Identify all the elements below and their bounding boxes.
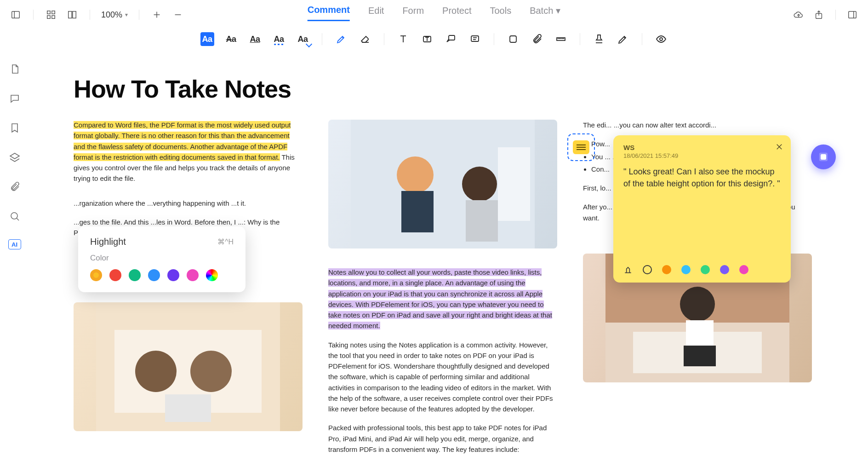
svg-point-40 — [135, 351, 177, 392]
annotation-toolbar: Aa Aa Aa Aa Aa — [0, 27, 868, 52]
page-panel-icon[interactable] — [8, 63, 21, 75]
highlighted-text-purple[interactable]: Notes allow you to collect all your word… — [328, 268, 552, 329]
sticky-note-marker[interactable] — [567, 133, 595, 161]
marker-icon[interactable] — [334, 32, 348, 46]
highlight-color-popover: Highlight ⌘^H Color — [78, 226, 246, 292]
image-placeholder — [74, 302, 303, 431]
color-swatch-purple[interactable] — [167, 269, 179, 281]
top-bar: 100% ▾ Comment Edit Form Protect Tools B… — [0, 0, 868, 27]
shape-icon[interactable] — [506, 32, 520, 46]
column-2: Notes allow you to collect all your word… — [328, 120, 557, 460]
svg-rect-42 — [165, 394, 211, 422]
tab-batch[interactable]: Batch▾ — [530, 5, 560, 21]
zoom-dropdown[interactable]: 100% ▾ — [101, 10, 128, 20]
share-icon[interactable] — [812, 8, 825, 21]
svg-rect-14 — [849, 12, 857, 18]
textbox-icon[interactable] — [420, 32, 434, 46]
svg-rect-58 — [821, 155, 826, 160]
strikethrough-button[interactable]: Aa — [224, 32, 238, 46]
sticky-note-popup: WS 18/06/2021 15:57:49 " Looks great! Ca… — [613, 135, 791, 283]
note-body[interactable]: " Looks great! Can I also see the mockup… — [623, 166, 781, 190]
note-color-pink[interactable] — [739, 265, 748, 274]
tab-form[interactable]: Form — [402, 5, 424, 21]
tab-edit[interactable]: Edit — [368, 5, 384, 21]
tab-comment[interactable]: Comment — [308, 5, 350, 21]
svg-rect-23 — [471, 36, 479, 41]
note-color-orange[interactable] — [662, 265, 671, 274]
svg-rect-5 — [52, 16, 55, 18]
cloud-upload-icon[interactable] — [792, 8, 805, 21]
ai-panel-button[interactable]: AI — [8, 239, 21, 249]
zoom-value: 100% — [101, 10, 122, 20]
comment-panel-icon[interactable] — [8, 92, 21, 105]
color-swatch-yellow[interactable] — [90, 269, 102, 281]
svg-rect-7 — [73, 12, 76, 18]
signature-icon[interactable] — [616, 32, 630, 46]
highlight-text-button[interactable]: Aa — [200, 32, 214, 46]
popover-title: Highlight — [90, 237, 126, 247]
chevron-down-icon: ▾ — [125, 12, 128, 18]
attachment-icon[interactable] — [530, 32, 544, 46]
zoom-in-icon[interactable] — [150, 8, 163, 21]
note-color-green[interactable] — [701, 265, 710, 274]
preview-icon[interactable] — [654, 32, 668, 46]
right-panel-icon[interactable] — [846, 8, 859, 21]
svg-point-44 — [397, 156, 434, 193]
note-icon[interactable] — [468, 32, 482, 46]
bookmark-panel-icon[interactable] — [8, 121, 21, 134]
text-tool-icon[interactable] — [396, 32, 410, 46]
svg-point-34 — [660, 38, 662, 40]
note-color-outline[interactable] — [643, 265, 652, 274]
note-color-cyan[interactable] — [681, 265, 691, 274]
chevron-down-icon: ▾ — [556, 5, 560, 16]
note-timestamp: 18/06/2021 15:57:49 — [623, 152, 781, 159]
stamp-icon[interactable] — [592, 32, 606, 46]
note-bubble-icon — [573, 140, 589, 154]
zoom-out-icon[interactable] — [171, 8, 184, 21]
tab-protect[interactable]: Protect — [442, 5, 471, 21]
note-author: WS — [623, 144, 781, 151]
color-swatch-custom[interactable] — [206, 269, 218, 281]
underline-button[interactable]: Aa — [248, 32, 262, 46]
svg-point-52 — [680, 287, 715, 322]
svg-rect-2 — [47, 11, 50, 14]
thumbnails-icon[interactable] — [45, 8, 57, 21]
left-rail: AI — [0, 52, 29, 460]
svg-rect-47 — [466, 200, 498, 242]
two-page-icon[interactable] — [66, 8, 79, 21]
note-color-row — [623, 265, 748, 274]
highlighted-text[interactable]: Compared to Word files, the PDF format i… — [74, 121, 291, 161]
squiggly-button[interactable]: Aa — [272, 32, 286, 46]
main-tabs: Comment Edit Form Protect Tools Batch▾ — [308, 5, 561, 21]
layers-panel-icon[interactable] — [8, 151, 21, 164]
color-swatch-red[interactable] — [109, 269, 121, 281]
svg-marker-35 — [10, 153, 19, 159]
insert-text-button[interactable]: Aa — [296, 32, 310, 46]
note-icon-style[interactable] — [623, 265, 633, 274]
callout-icon[interactable] — [444, 32, 458, 46]
svg-rect-26 — [510, 36, 516, 42]
popover-subtitle: Color — [90, 254, 234, 263]
document-title: How To Take Notes — [74, 75, 812, 103]
document-page: How To Take Notes Compared to Word files… — [32, 56, 858, 460]
ai-assist-fab[interactable] — [811, 144, 836, 169]
tab-tools[interactable]: Tools — [490, 5, 511, 21]
svg-rect-0 — [12, 12, 20, 18]
svg-rect-48 — [498, 147, 530, 221]
eraser-icon[interactable] — [358, 32, 372, 46]
close-icon[interactable] — [774, 142, 784, 152]
sidebar-toggle-icon[interactable] — [9, 8, 22, 21]
popover-shortcut: ⌘^H — [217, 237, 234, 246]
note-color-purple[interactable] — [720, 265, 729, 274]
color-swatch-blue[interactable] — [148, 269, 160, 281]
color-swatch-green[interactable] — [129, 269, 141, 281]
svg-rect-45 — [401, 191, 434, 232]
attachment-panel-icon[interactable] — [8, 180, 21, 193]
svg-rect-3 — [52, 11, 55, 14]
search-panel-icon[interactable] — [8, 210, 21, 223]
measure-icon[interactable] — [554, 32, 568, 46]
svg-rect-54 — [684, 346, 716, 366]
svg-line-37 — [17, 218, 19, 220]
color-swatch-pink[interactable] — [187, 269, 199, 281]
svg-rect-4 — [47, 16, 50, 18]
